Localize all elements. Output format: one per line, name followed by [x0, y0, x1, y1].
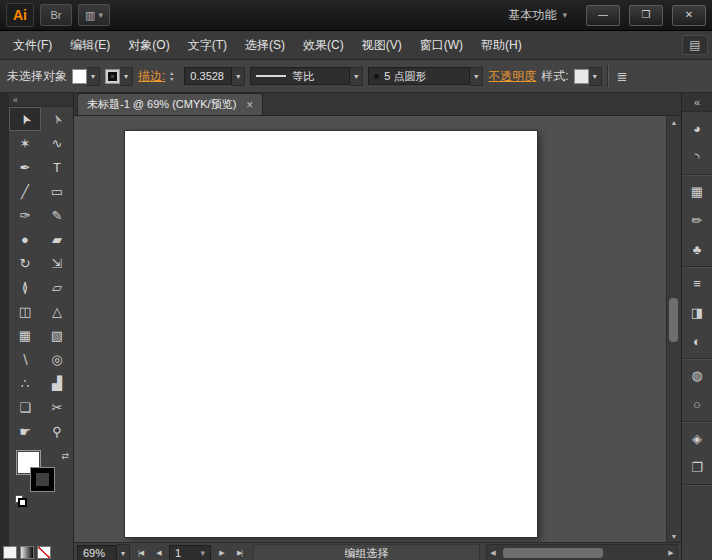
width-profile-dropdown[interactable]: 等比 ▾ — [250, 67, 363, 86]
appearance-panel-icon[interactable]: ◍ — [682, 361, 712, 390]
scroll-right-icon[interactable]: ▶ — [665, 549, 677, 557]
control-options-icon[interactable]: ≣ — [614, 69, 631, 84]
scroll-left-icon[interactable]: ◀ — [487, 549, 499, 557]
default-colors-icon[interactable] — [15, 495, 27, 507]
color-mode-button[interactable] — [3, 546, 17, 559]
width-profile-field[interactable]: 等比 — [250, 67, 350, 85]
menu-item[interactable]: 文件(F) — [4, 32, 61, 59]
chevron-down-icon[interactable]: ▾ — [232, 67, 245, 86]
brush-definition-dropdown[interactable]: 5 点圆形 ▾ — [368, 67, 483, 86]
swap-fill-stroke-icon[interactable]: ⇄ — [61, 451, 69, 461]
gradient-mode-button[interactable] — [20, 546, 34, 559]
eyedropper-tool[interactable]: ∖ — [9, 347, 41, 371]
fill-color-swatch[interactable] — [72, 69, 87, 84]
dock-collapse-button[interactable]: « — [682, 93, 712, 112]
brush-field[interactable]: 5 点圆形 — [368, 67, 470, 85]
symbol-sprayer-tool[interactable]: ∴ — [9, 371, 41, 395]
close-button[interactable]: ✕ — [672, 5, 706, 26]
type-tool[interactable]: T — [41, 155, 73, 179]
eraser-tool[interactable]: ▰ — [41, 227, 73, 251]
mesh-tool[interactable]: ▦ — [9, 323, 41, 347]
width-tool[interactable]: ≬ — [9, 275, 41, 299]
stroke-weight-stepper[interactable]: ▴ ▾ — [170, 70, 179, 82]
stroke-color-proxy[interactable] — [31, 468, 54, 491]
chevron-down-icon[interactable]: ▾ — [87, 67, 100, 86]
free-transform-tool[interactable]: ▱ — [41, 275, 73, 299]
pen-tool[interactable]: ✒ — [9, 155, 41, 179]
menu-item[interactable]: 对象(O) — [119, 32, 178, 59]
blob-brush-tool[interactable]: ● — [9, 227, 41, 251]
artboards-panel-icon[interactable]: ❐ — [682, 453, 712, 482]
fill-color-control[interactable]: ▾ — [72, 67, 100, 86]
stroke-weight-field[interactable]: 0.3528 — [184, 67, 232, 85]
tab-close-icon[interactable]: × — [246, 99, 253, 111]
arrange-documents-button[interactable]: ▥ ▾ — [78, 4, 110, 26]
last-artboard-button[interactable]: ▶| — [232, 545, 247, 560]
menu-item[interactable]: 文字(T) — [179, 32, 236, 59]
layers-panel-icon[interactable]: ◈ — [682, 424, 712, 453]
symbols-panel-icon[interactable]: ♣ — [682, 235, 712, 264]
style-swatch[interactable] — [574, 69, 589, 84]
selection-tool[interactable]: ➤ — [9, 107, 41, 131]
rotate-tool[interactable]: ↻ — [9, 251, 41, 275]
document-tab[interactable]: 未标题-1 @ 69% (CMYK/预览) × — [77, 93, 263, 115]
menu-panel-icon[interactable]: ▤ — [682, 35, 708, 55]
menu-item[interactable]: 窗口(W) — [411, 32, 472, 59]
artboard-navigation[interactable]: 1 ▾ — [169, 545, 211, 560]
artboard[interactable] — [124, 130, 538, 538]
menu-item[interactable]: 帮助(H) — [472, 32, 531, 59]
gradient-panel-icon[interactable]: ◨ — [682, 298, 712, 327]
restore-button[interactable]: ❐ — [629, 5, 663, 26]
line-segment-tool[interactable]: ╱ — [9, 179, 41, 203]
lasso-tool[interactable]: ∿ — [41, 131, 73, 155]
minimize-button[interactable]: — — [586, 5, 620, 26]
pencil-tool[interactable]: ✎ — [41, 203, 73, 227]
horizontal-scroll-track[interactable] — [499, 545, 665, 560]
scale-tool[interactable]: ⇲ — [41, 251, 73, 275]
menu-item[interactable]: 选择(S) — [236, 32, 294, 59]
stroke-color-swatch[interactable] — [105, 69, 120, 84]
zoom-value[interactable]: 69% — [77, 545, 117, 560]
zoom-tool[interactable]: ⚲ — [41, 419, 73, 443]
horizontal-scrollbar[interactable]: ◀ ▶ — [486, 544, 678, 560]
slice-tool[interactable]: ✂ — [41, 395, 73, 419]
bridge-button[interactable]: Br — [40, 4, 72, 26]
horizontal-scroll-thumb[interactable] — [503, 548, 603, 558]
gradient-tool[interactable]: ▧ — [41, 323, 73, 347]
opacity-panel-link[interactable]: 不透明度 — [488, 68, 536, 85]
swatches-panel-icon[interactable]: ▦ — [682, 177, 712, 206]
menu-item[interactable]: 效果(C) — [294, 32, 353, 59]
prev-artboard-button[interactable]: ◀ — [151, 545, 166, 560]
brushes-panel-icon[interactable]: ✏ — [682, 206, 712, 235]
paintbrush-tool[interactable]: ✑ — [9, 203, 41, 227]
menu-item[interactable]: 编辑(E) — [61, 32, 119, 59]
shape-builder-tool[interactable]: ◫ — [9, 299, 41, 323]
rectangle-tool[interactable]: ▭ — [41, 179, 73, 203]
color-guide-panel-icon[interactable]: ◝ — [682, 143, 712, 172]
artboard-number-field[interactable]: 1 ▾ — [169, 545, 211, 560]
color-panel-icon[interactable]: ◕ — [682, 114, 712, 143]
artboard-tool[interactable]: ❏ — [9, 395, 41, 419]
magic-wand-tool[interactable]: ✶ — [9, 131, 41, 155]
column-graph-tool[interactable]: ▟ — [41, 371, 73, 395]
first-artboard-button[interactable]: |◀ — [133, 545, 148, 560]
stroke-panel-link[interactable]: 描边: — [138, 68, 165, 85]
workspace-switcher[interactable]: 基本功能 ▾ — [498, 7, 577, 24]
vertical-scrollbar[interactable]: ▲ ▼ — [666, 116, 681, 542]
stroke-panel-icon[interactable]: ≡ — [682, 269, 712, 298]
graphic-styles-panel-icon[interactable]: ○ — [682, 390, 712, 419]
transparency-panel-icon[interactable]: ◐ — [682, 327, 712, 356]
zoom-dropdown[interactable]: 69% ▾ — [77, 544, 130, 560]
chevron-down-icon[interactable]: ▾ — [470, 67, 483, 86]
direct-selection-tool[interactable]: ➢ — [41, 107, 73, 131]
chevron-down-icon[interactable]: ▾ — [589, 67, 602, 86]
chevron-down-icon[interactable]: ▾ — [350, 67, 363, 86]
vertical-scroll-thumb[interactable] — [669, 298, 678, 342]
next-artboard-button[interactable]: ▶ — [214, 545, 229, 560]
scroll-up-icon[interactable]: ▲ — [667, 116, 681, 128]
canvas[interactable] — [74, 116, 666, 542]
none-mode-button[interactable] — [37, 546, 51, 559]
blend-tool[interactable]: ◎ — [41, 347, 73, 371]
scroll-down-icon[interactable]: ▼ — [667, 530, 681, 542]
stepper-down-icon[interactable]: ▾ — [170, 76, 179, 82]
